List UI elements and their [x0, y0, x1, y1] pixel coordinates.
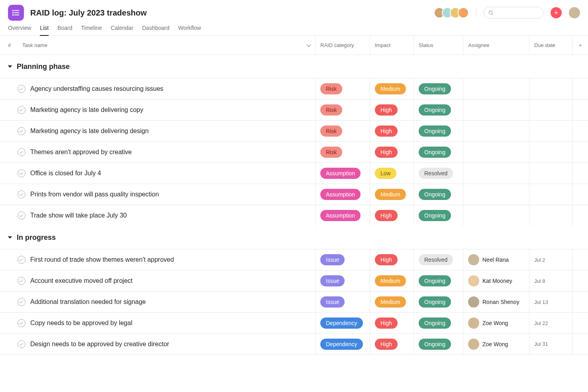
due-date-cell[interactable]	[529, 100, 572, 120]
task-name[interactable]: Prints from vendor will pass quality ins…	[30, 191, 159, 198]
assignee-cell[interactable]	[463, 78, 529, 99]
raid-pill[interactable]: Risk	[320, 104, 342, 116]
due-date-cell[interactable]	[529, 163, 572, 184]
column-assignee[interactable]: Assignee	[463, 36, 529, 55]
due-date-cell[interactable]: Jul 8	[529, 270, 572, 291]
task-name[interactable]: Themes aren't approved by creative	[30, 149, 132, 156]
column-impact[interactable]: Impact	[370, 36, 414, 55]
complete-checkbox[interactable]	[18, 85, 25, 93]
status-pill[interactable]: Ongoing	[419, 189, 451, 200]
status-pill[interactable]: Resolved	[419, 168, 453, 179]
assignee-cell[interactable]: Zoe Wong	[463, 313, 529, 333]
raid-pill[interactable]: Risk	[320, 125, 342, 137]
member-avatars[interactable]	[434, 7, 469, 18]
current-user-avatar[interactable]	[569, 7, 580, 18]
raid-pill[interactable]: Dependency	[320, 339, 363, 350]
raid-pill[interactable]: Assumption	[320, 168, 361, 179]
task-row[interactable]: Trade show will take place July 30 Assum…	[0, 205, 588, 226]
due-date-cell[interactable]	[529, 205, 572, 226]
task-name[interactable]: Agency understaffing causes resourcing i…	[30, 85, 163, 92]
task-row[interactable]: Additional translation needed for signag…	[0, 291, 588, 312]
tab-dashboard[interactable]: Dashboard	[142, 25, 170, 35]
task-name[interactable]: Marketing agency is late delivering desi…	[30, 127, 149, 135]
task-row[interactable]: Agency understaffing causes resourcing i…	[0, 78, 588, 99]
task-row[interactable]: Copy needs to be approved by legal Depen…	[0, 312, 588, 333]
impact-pill[interactable]: High	[375, 318, 398, 329]
task-row[interactable]: Prints from vendor will pass quality ins…	[0, 184, 588, 205]
status-pill[interactable]: Ongoing	[419, 147, 451, 158]
complete-checkbox[interactable]	[18, 106, 25, 114]
search-input[interactable]	[484, 7, 543, 19]
task-name[interactable]: Copy needs to be approved by legal	[30, 319, 132, 327]
assignee-cell[interactable]: Ronan Shenoy	[463, 292, 529, 312]
due-date-cell[interactable]: Jul 22	[529, 313, 572, 333]
due-date-cell[interactable]	[529, 184, 572, 205]
task-row[interactable]: Account executive moved off project Issu…	[0, 270, 588, 291]
assignee-cell[interactable]	[463, 205, 529, 226]
column-status[interactable]: Status	[414, 36, 463, 55]
column-raid[interactable]: RAID category	[315, 36, 370, 55]
assignee-cell[interactable]	[463, 142, 529, 163]
task-row[interactable]: First round of trade show themes weren't…	[0, 249, 588, 270]
task-name[interactable]: Office is closed for July 4	[30, 170, 101, 177]
impact-pill[interactable]: Low	[375, 168, 396, 179]
tab-timeline[interactable]: Timeline	[81, 25, 102, 35]
assignee-cell[interactable]	[463, 184, 529, 205]
raid-pill[interactable]: Issue	[320, 275, 345, 286]
status-pill[interactable]: Ongoing	[419, 275, 451, 286]
project-title[interactable]: RAID log: July 2023 tradeshow	[30, 8, 147, 18]
assignee-cell[interactable]	[463, 100, 529, 120]
column-due[interactable]: Due date	[529, 36, 572, 55]
impact-pill[interactable]: Medium	[375, 296, 406, 308]
complete-checkbox[interactable]	[18, 298, 25, 306]
status-pill[interactable]: Ongoing	[419, 210, 451, 221]
complete-checkbox[interactable]	[18, 256, 25, 264]
task-row[interactable]: Themes aren't approved by creative Risk …	[0, 141, 588, 163]
add-column-button[interactable]: +	[572, 36, 588, 55]
due-date-cell[interactable]	[529, 142, 572, 163]
add-button[interactable]: +	[551, 7, 562, 18]
raid-pill[interactable]: Risk	[320, 83, 342, 94]
section-header[interactable]: Planning phase	[0, 55, 588, 78]
due-date-cell[interactable]: Jul 13	[529, 292, 572, 312]
impact-pill[interactable]: High	[375, 104, 398, 116]
assignee-cell[interactable]: Zoe Wong	[463, 334, 529, 354]
task-name[interactable]: Marketing agency is late delivering copy	[30, 106, 143, 114]
status-pill[interactable]: Ongoing	[419, 104, 451, 116]
impact-pill[interactable]: High	[375, 254, 398, 265]
status-pill[interactable]: Ongoing	[419, 125, 451, 137]
complete-checkbox[interactable]	[18, 148, 25, 156]
raid-pill[interactable]: Risk	[320, 147, 342, 158]
status-pill[interactable]: Ongoing	[419, 318, 451, 329]
impact-pill[interactable]: High	[375, 147, 398, 158]
complete-checkbox[interactable]	[18, 169, 25, 177]
raid-pill[interactable]: Issue	[320, 254, 345, 265]
task-name[interactable]: Design needs to be approved by creative …	[30, 341, 169, 348]
task-name[interactable]: Account executive moved off project	[30, 277, 133, 284]
status-pill[interactable]: Ongoing	[419, 83, 451, 94]
task-row[interactable]: Marketing agency is late delivering desi…	[0, 120, 588, 141]
complete-checkbox[interactable]	[18, 212, 25, 220]
assignee-cell[interactable]: Kat Mooney	[463, 270, 529, 291]
tab-board[interactable]: Board	[57, 25, 72, 35]
impact-pill[interactable]: Medium	[375, 83, 406, 94]
due-date-cell[interactable]	[529, 121, 572, 141]
member-avatar[interactable]	[458, 7, 469, 18]
tab-workflow[interactable]: Workflow	[178, 25, 201, 35]
tab-overview[interactable]: Overview	[8, 25, 31, 35]
raid-pill[interactable]: Issue	[320, 296, 345, 308]
assignee-cell[interactable]	[463, 163, 529, 184]
status-pill[interactable]: Ongoing	[419, 339, 451, 350]
task-name[interactable]: Trade show will take place July 30	[30, 212, 127, 219]
tab-list[interactable]: List	[40, 25, 49, 36]
status-pill[interactable]: Ongoing	[419, 296, 451, 308]
task-row[interactable]: Office is closed for July 4 Assumption L…	[0, 163, 588, 184]
complete-checkbox[interactable]	[18, 190, 25, 198]
tab-calendar[interactable]: Calendar	[111, 25, 133, 35]
raid-pill[interactable]: Assumption	[320, 189, 361, 200]
assignee-cell[interactable]	[463, 121, 529, 141]
complete-checkbox[interactable]	[18, 277, 25, 285]
impact-pill[interactable]: Medium	[375, 189, 406, 200]
raid-pill[interactable]: Assumption	[320, 210, 361, 221]
due-date-cell[interactable]	[529, 78, 572, 99]
